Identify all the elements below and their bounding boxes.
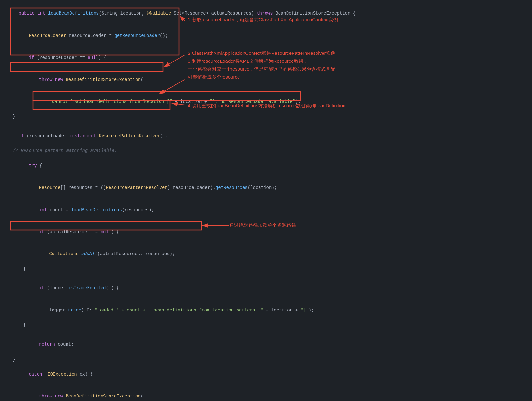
code-line: // Resource pattern matching available. (0, 147, 532, 154)
code-line: if (resourceLoader instanceof ResourcePa… (0, 125, 532, 147)
code-area: public int loadBeanDefinitions(String lo… (0, 0, 532, 401)
code-line (0, 329, 532, 333)
code-line: } (0, 321, 532, 329)
code-line: catch (IOException ex) { (0, 363, 532, 385)
annotation-5: 通过绝对路径加载单个资源路径 (229, 221, 296, 229)
code-line: } (0, 113, 532, 120)
annotation-3: 3.利用resourceLoader将XML文件解析为Resource数组， (188, 57, 308, 65)
code-line: int count = loadBeanDefinitions(resource… (0, 199, 532, 221)
annotation-3b: 一个路径会对应一个resource，但是可能这里的路径如果包含模式匹配 (188, 65, 335, 73)
annotation-3c: 可能解析成多个resource (188, 73, 240, 81)
annotation-2: 2.ClassPathXmlApplicationContext都是Resour… (188, 49, 336, 57)
code-line: throw new BeanDefinitionStoreException( (0, 385, 532, 401)
code-line: logger.trace( Θ: "Loaded " + count + " b… (0, 299, 532, 321)
code-line: try { (0, 155, 532, 177)
code-line: if (logger.isTraceEnabled()) { (0, 277, 532, 299)
code-line: } (0, 265, 532, 273)
code-line (0, 273, 532, 277)
code-line: return count; (0, 333, 532, 355)
code-line: Resource[] resources = ((ResourcePattern… (0, 177, 532, 199)
code-line: } (0, 355, 532, 363)
annotation-4: 4.调用重载的loadBeanDefinitions方法解析resource数组… (188, 102, 345, 110)
code-line (0, 120, 532, 125)
code-line: Collections.addAll(actualResources, reso… (0, 243, 532, 265)
code-line: ResourceLoader resourceLoader = getResou… (0, 25, 532, 47)
annotation-1: 1.获取resourceLoader，就是当前ClassPathXmlAppli… (188, 16, 338, 24)
